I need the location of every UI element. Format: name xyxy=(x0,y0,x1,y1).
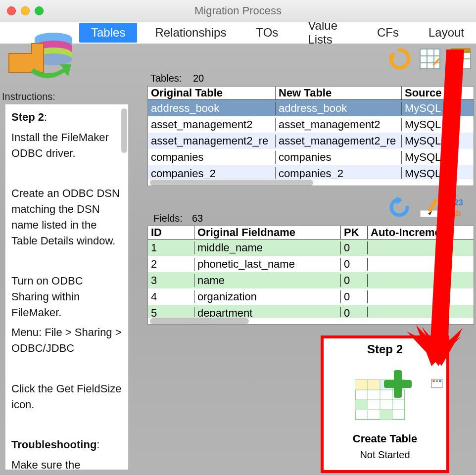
cell-id: 4 xyxy=(148,290,194,303)
tables-header-row: Original Table New Table Source xyxy=(148,87,474,100)
fields-grid[interactable]: ID Original Fieldname PK Auto-Increment … xyxy=(147,226,474,325)
window-title: Migration Process xyxy=(0,4,476,17)
instruction-p3a: Turn on ODBC Sharing within FileMaker. xyxy=(11,273,122,321)
svg-rect-8 xyxy=(420,49,440,69)
create-table-icon xyxy=(350,365,420,425)
instructions-text: Step 2: Install the FileMaker ODBC drive… xyxy=(5,104,128,470)
step2-panel: Step 2 Create Table Not Started xyxy=(321,335,449,473)
svg-marker-18 xyxy=(396,196,402,204)
cell-pk: 0 xyxy=(341,274,368,287)
instruction-p3b: Menu: File > Sharing > ODBC/JDBC xyxy=(11,325,122,356)
cell-source: MySQL xyxy=(402,102,474,115)
fields-label: Fields: xyxy=(153,213,183,224)
table-row[interactable]: address_book address_book MySQL xyxy=(148,100,474,116)
field-row[interactable]: 1 middle_name 0 xyxy=(148,239,474,256)
instructions-panel: Step 2: Install the FileMaker ODBC drive… xyxy=(5,104,129,470)
svg-rect-39 xyxy=(436,380,438,382)
tables-label: Tables: xyxy=(150,73,182,84)
field-row[interactable]: 4 organization 0 xyxy=(148,288,474,305)
cell-name: middle_name xyxy=(194,241,341,254)
svg-rect-34 xyxy=(380,410,392,420)
instruction-p5: Make sure the specified ODBC DSN xyxy=(11,457,122,470)
cell-name: name xyxy=(194,274,341,287)
cell-new: companies_2 xyxy=(276,167,402,180)
fields-h-scrollbar[interactable] xyxy=(148,317,474,324)
tables-count: 20 xyxy=(193,73,204,84)
col-auto-inc[interactable]: Auto-Increment xyxy=(368,226,474,239)
trouble-colon: : xyxy=(96,438,99,451)
col-id[interactable]: ID xyxy=(148,226,194,239)
abc-icon[interactable]: 123ab xyxy=(448,195,473,220)
cell-new: address_book xyxy=(276,102,402,115)
field-row[interactable]: 2 phonetic_last_name 0 xyxy=(148,256,474,272)
cell-source: MySQL xyxy=(402,118,474,131)
col-source[interactable]: Source xyxy=(402,87,474,99)
instruction-p2: Create an ODBC DSN matching the DSN name… xyxy=(11,186,122,249)
cell-original: address_book xyxy=(148,102,276,115)
cell-pk: 0 xyxy=(341,258,368,271)
fields-count: 63 xyxy=(192,213,203,224)
svg-rect-33 xyxy=(355,400,368,410)
undo-icon[interactable] xyxy=(387,195,412,220)
cell-name: phonetic_last_name xyxy=(194,258,341,271)
cell-new: companies xyxy=(276,151,402,164)
tables-toolbar xyxy=(387,47,473,71)
step2-status: Not Started xyxy=(328,449,442,461)
table-row[interactable]: asset_management2 asset_management2 MySQ… xyxy=(148,116,474,133)
fields-toolbar: 123ab xyxy=(387,195,473,220)
table-row[interactable]: companies companies MySQL xyxy=(148,149,474,165)
instruction-p1: Install the FileMaker ODBC driver. xyxy=(11,130,122,161)
cell-original: companies_2 xyxy=(148,167,276,180)
table-edit-icon[interactable] xyxy=(418,47,442,71)
sidebar-scrollbar[interactable] xyxy=(121,108,127,153)
cell-source: MySQL xyxy=(402,151,474,164)
cell-new: asset_management2 xyxy=(276,118,402,131)
fields-header-row: ID Original Fieldname PK Auto-Increment xyxy=(148,226,474,239)
app-logo-icon xyxy=(4,24,78,79)
svg-text:123: 123 xyxy=(450,198,463,207)
cell-id: 1 xyxy=(148,241,194,254)
tab-tos[interactable]: TOs xyxy=(244,23,290,43)
instructions-label: Instructions: xyxy=(2,91,55,102)
instruction-p4: Click the Get FieldSize icon. xyxy=(11,381,122,413)
cell-id: 2 xyxy=(148,258,194,271)
cell-original: companies xyxy=(148,151,276,164)
step2-caption: Create Table xyxy=(328,432,442,445)
tab-relationships[interactable]: Relationships xyxy=(143,23,238,43)
tab-tables[interactable]: Tables xyxy=(79,23,137,43)
cell-id: 3 xyxy=(148,274,194,287)
small-table-icon xyxy=(430,377,443,390)
tab-cfs[interactable]: CFs xyxy=(365,23,411,43)
cell-original: asset_management2 xyxy=(148,118,276,131)
cell-pk: 0 xyxy=(341,290,368,303)
tables-h-scrollbar[interactable] xyxy=(148,179,474,186)
trouble-label: Troubleshooting xyxy=(11,438,96,451)
cell-name: organization xyxy=(194,290,341,303)
titlebar: Migration Process xyxy=(0,0,476,22)
pencil-icon[interactable] xyxy=(418,195,442,220)
col-new-table[interactable]: New Table xyxy=(276,87,402,99)
tab-layout[interactable]: Layout xyxy=(417,23,476,43)
svg-rect-40 xyxy=(439,380,441,382)
col-fieldname[interactable]: Original Fieldname xyxy=(194,226,341,239)
cell-source: MySQL xyxy=(402,167,474,180)
col-pk[interactable]: PK xyxy=(341,226,368,239)
table-tools-icon[interactable] xyxy=(448,47,473,71)
svg-rect-36 xyxy=(384,380,412,388)
refresh-icon[interactable] xyxy=(387,47,412,71)
field-row[interactable]: 3 name 0 xyxy=(148,272,474,288)
cell-original: asset_management2_re xyxy=(148,135,276,147)
table-row[interactable]: asset_management2_re asset_management2_r… xyxy=(148,133,474,149)
create-table-button[interactable] xyxy=(328,360,442,429)
cell-pk: 0 xyxy=(341,241,368,254)
cell-source: MySQL xyxy=(402,135,474,147)
svg-rect-38 xyxy=(432,380,434,382)
cell-new: asset_management2_re xyxy=(276,135,402,147)
tables-grid[interactable]: Original Table New Table Source address_… xyxy=(147,86,474,186)
svg-text:ab: ab xyxy=(451,208,461,218)
col-original-table[interactable]: Original Table xyxy=(148,87,276,99)
step-label: Step 2 xyxy=(11,111,44,123)
step-colon: : xyxy=(44,111,47,123)
step2-title: Step 2 xyxy=(328,342,442,356)
